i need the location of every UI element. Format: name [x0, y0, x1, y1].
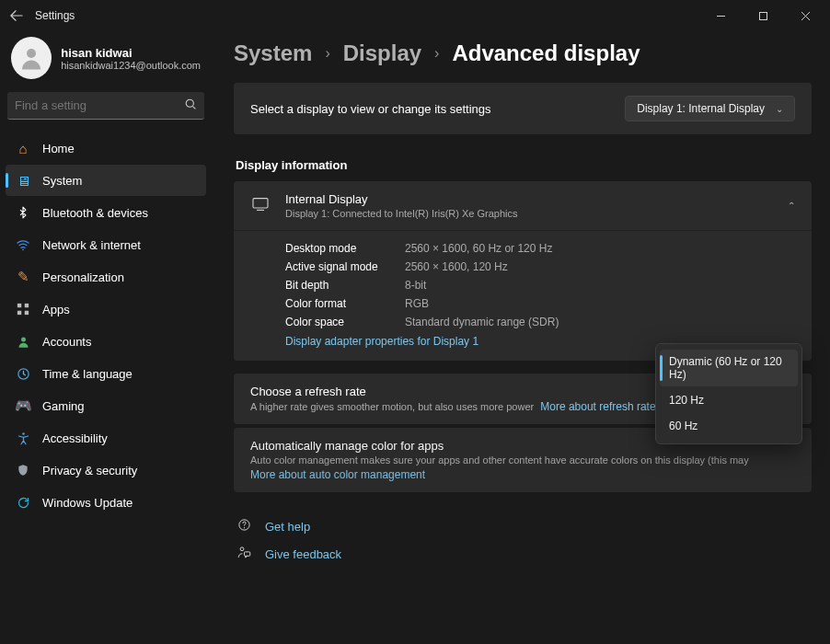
svg-rect-6	[17, 304, 21, 307]
bottom-links: Get help Give feedback	[234, 512, 812, 568]
svg-point-2	[27, 49, 36, 58]
nav-label: Accounts	[42, 335, 91, 349]
nav-label: Accessibility	[42, 431, 108, 445]
refresh-option-60hz[interactable]: 60 Hz	[660, 414, 798, 438]
brush-icon: ✎	[15, 269, 31, 285]
person-icon	[17, 44, 45, 72]
help-icon	[237, 518, 254, 535]
close-icon	[801, 11, 811, 21]
nav-label: Personalization	[42, 270, 124, 284]
window-title: Settings	[35, 9, 75, 22]
accessibility-icon	[15, 430, 31, 446]
give-feedback-label: Give feedback	[265, 547, 341, 561]
info-row: Desktop mode2560 × 1600, 60 Hz or 120 Hz	[285, 242, 795, 255]
titlebar: Settings	[0, 0, 830, 31]
nav-time-language[interactable]: Time & language	[6, 358, 206, 389]
maximize-button[interactable]	[742, 2, 784, 29]
window-controls	[699, 2, 826, 29]
nav-gaming[interactable]: 🎮 Gaming	[6, 390, 206, 421]
gaming-icon: 🎮	[15, 397, 31, 414]
svg-rect-9	[25, 311, 29, 315]
chevron-up-icon[interactable]: ⌃	[788, 201, 795, 211]
breadcrumb-system[interactable]: System	[234, 40, 312, 66]
auto-color-more-link[interactable]: More about auto color management	[250, 468, 425, 481]
nav-label: Time & language	[42, 367, 133, 381]
back-arrow-icon	[10, 9, 23, 22]
back-button[interactable]	[4, 3, 29, 29]
nav-network[interactable]: Network & internet	[6, 229, 206, 260]
page-title: Advanced display	[452, 40, 640, 66]
get-help-link[interactable]: Get help	[234, 512, 812, 540]
update-icon	[15, 494, 31, 511]
svg-rect-8	[17, 311, 21, 315]
svg-rect-13	[253, 199, 268, 208]
svg-point-16	[244, 527, 245, 528]
info-row: Bit depth8-bit	[285, 279, 795, 292]
sidebar: hisan kidwai hisankidwai1234@outlook.com…	[0, 31, 212, 644]
display-info-title: Internal Display	[285, 192, 773, 206]
nav-accessibility[interactable]: Accessibility	[6, 422, 206, 454]
svg-line-4	[193, 106, 196, 109]
clock-icon	[15, 365, 31, 382]
nav-system[interactable]: 🖥 System	[6, 165, 206, 196]
nav-label: System	[42, 174, 82, 188]
display-selector[interactable]: Display 1: Internal Display ⌄	[625, 96, 795, 121]
nav-privacy[interactable]: Privacy & security	[6, 454, 206, 486]
close-button[interactable]	[784, 2, 826, 29]
svg-rect-7	[25, 304, 29, 307]
nav-personalization[interactable]: ✎ Personalization	[6, 261, 206, 293]
nav-label: Gaming	[42, 399, 85, 413]
maximize-icon	[758, 11, 768, 21]
adapter-properties-link[interactable]: Display adapter properties for Display 1	[285, 335, 478, 348]
breadcrumb: System › Display › Advanced display	[234, 40, 812, 66]
display-selector-value: Display 1: Internal Display	[637, 102, 765, 115]
feedback-icon	[237, 546, 254, 562]
refresh-rate-more-link[interactable]: More about refresh rate	[540, 400, 655, 413]
svg-point-10	[21, 337, 26, 341]
nav-label: Bluetooth & devices	[42, 206, 148, 220]
shield-icon	[15, 462, 31, 478]
home-icon: ⌂	[15, 140, 31, 156]
avatar	[11, 37, 52, 79]
search-box[interactable]	[7, 92, 204, 120]
svg-rect-18	[245, 552, 250, 556]
info-row: Active signal mode2560 × 1600, 120 Hz	[285, 260, 795, 273]
nav-accounts[interactable]: Accounts	[6, 326, 206, 357]
bluetooth-icon	[15, 204, 31, 221]
refresh-option-120hz[interactable]: 120 Hz	[660, 388, 798, 412]
select-display-panel: Select a display to view or change its s…	[234, 83, 812, 134]
main-area: System › Display › Advanced display Sele…	[212, 31, 830, 644]
nav-label: Windows Update	[42, 496, 133, 510]
select-display-prompt: Select a display to view or change its s…	[250, 102, 625, 116]
search-input[interactable]	[15, 98, 185, 112]
apps-icon	[15, 301, 31, 317]
profile-email: hisankidwai1234@outlook.com	[61, 60, 201, 71]
refresh-option-dynamic[interactable]: Dynamic (60 Hz or 120 Hz)	[660, 350, 798, 386]
search-icon	[185, 98, 197, 113]
monitor-icon	[250, 197, 271, 214]
svg-point-17	[240, 547, 244, 551]
display-info-card: Internal Display Display 1: Connected to…	[234, 181, 812, 361]
chevron-right-icon: ›	[434, 45, 439, 62]
minimize-button[interactable]	[699, 2, 742, 29]
chevron-right-icon: ›	[325, 45, 329, 62]
nav-windows-update[interactable]: Windows Update	[6, 487, 206, 518]
nav-label: Privacy & security	[42, 464, 137, 477]
give-feedback-link[interactable]: Give feedback	[234, 540, 812, 568]
info-row: Color spaceStandard dynamic range (SDR)	[285, 316, 795, 328]
profile-block[interactable]: hisan kidwai hisankidwai1234@outlook.com	[6, 37, 206, 92]
svg-point-12	[22, 432, 25, 435]
breadcrumb-display[interactable]: Display	[343, 40, 421, 66]
refresh-rate-dropdown[interactable]: Dynamic (60 Hz or 120 Hz) 120 Hz 60 Hz	[655, 343, 802, 444]
nav-apps[interactable]: Apps	[6, 293, 206, 325]
nav-home[interactable]: ⌂ Home	[6, 132, 206, 164]
minimize-icon	[716, 11, 726, 21]
nav-bluetooth[interactable]: Bluetooth & devices	[6, 197, 206, 228]
get-help-label: Get help	[265, 520, 310, 534]
display-info-header[interactable]: Internal Display Display 1: Connected to…	[234, 181, 812, 230]
nav-label: Apps	[42, 303, 70, 316]
nav-label: Network & internet	[42, 238, 141, 252]
wifi-icon	[15, 236, 31, 253]
display-info-sub: Display 1: Connected to Intel(R) Iris(R)…	[285, 208, 773, 219]
profile-name: hisan kidwai	[61, 46, 201, 60]
